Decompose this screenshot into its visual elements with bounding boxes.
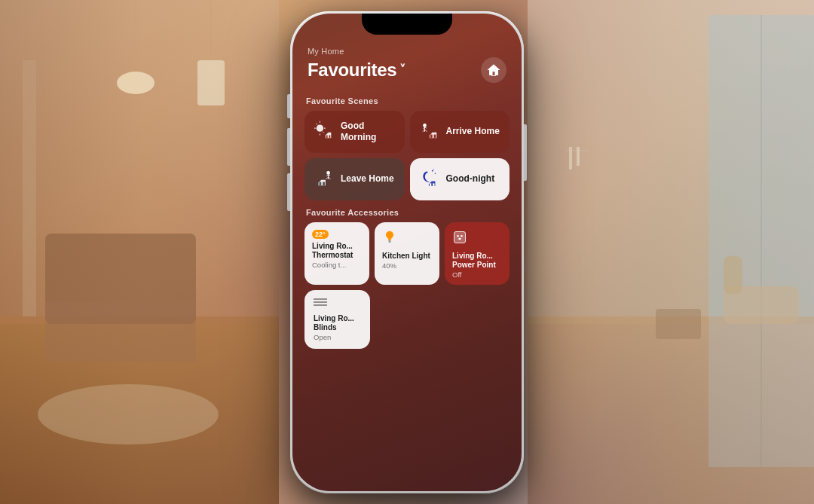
svg-point-23 bbox=[317, 124, 323, 131]
accessory-power-point[interactable]: Living Ro...Power Point Off bbox=[445, 222, 510, 285]
svg-point-56 bbox=[457, 235, 459, 237]
svg-rect-55 bbox=[454, 231, 466, 243]
notch bbox=[362, 14, 452, 35]
scene-goodnight[interactable]: Good-night bbox=[410, 158, 510, 200]
favourites-title: Favourites ˅ bbox=[308, 60, 405, 81]
svg-rect-40 bbox=[320, 182, 322, 185]
phone-screen: My Home Favourites ˅ bbox=[292, 14, 522, 491]
svg-rect-33 bbox=[433, 134, 436, 138]
svg-rect-32 bbox=[430, 134, 432, 138]
volume-down-button[interactable] bbox=[287, 173, 290, 211]
svg-rect-7 bbox=[23, 60, 36, 316]
arrive-home-label: Arrive Home bbox=[446, 126, 500, 136]
phone-body: My Home Favourites ˅ bbox=[290, 11, 524, 493]
screen-content: My Home Favourites ˅ bbox=[292, 14, 522, 491]
header-row: Favourites ˅ bbox=[308, 57, 506, 83]
leave-home-label: Leave Home bbox=[341, 173, 394, 184]
scene-arrive-home[interactable]: Arrive Home bbox=[410, 111, 510, 153]
svg-rect-51 bbox=[430, 183, 431, 186]
svg-point-42 bbox=[326, 171, 330, 175]
blinds-icon bbox=[314, 298, 361, 311]
svg-rect-53 bbox=[388, 240, 390, 242]
svg-rect-17 bbox=[724, 256, 742, 294]
leave-home-icon bbox=[314, 167, 335, 191]
svg-rect-30 bbox=[326, 135, 328, 138]
thermostat-status: Cooling t... bbox=[312, 261, 362, 269]
accessory-blinds[interactable]: Living Ro...Blinds Open bbox=[304, 290, 370, 349]
blinds-name: Living Ro...Blinds bbox=[314, 314, 361, 332]
power-button[interactable] bbox=[524, 124, 527, 181]
chevron-down-icon: ˅ bbox=[399, 63, 405, 77]
power-point-status: Off bbox=[452, 270, 502, 279]
kitchen-light-icon bbox=[382, 230, 432, 249]
room-right bbox=[528, 0, 814, 504]
good-morning-icon bbox=[314, 120, 335, 144]
blinds-status: Open bbox=[314, 333, 361, 341]
my-home-label: My Home bbox=[308, 47, 506, 56]
thermostat-name: Living Ro...Thermostat bbox=[312, 242, 362, 260]
accessories-grid: 22° Living Ro...Thermostat Cooling t... bbox=[304, 222, 510, 285]
blinds-row: Living Ro...Blinds Open bbox=[304, 290, 510, 349]
svg-point-6 bbox=[117, 72, 155, 94]
svg-point-50 bbox=[433, 169, 434, 170]
accessory-thermostat[interactable]: 22° Living Ro...Thermostat Cooling t... bbox=[304, 222, 369, 285]
svg-rect-10 bbox=[197, 60, 225, 105]
svg-rect-21 bbox=[577, 147, 580, 166]
favourite-scenes-label: Favourite Scenes bbox=[304, 96, 510, 105]
favourite-accessories-label: Favourite Accessories bbox=[304, 208, 510, 217]
accessory-kitchen-light[interactable]: Kitchen Light 40% bbox=[375, 222, 439, 285]
room-left bbox=[0, 0, 279, 504]
svg-rect-4 bbox=[45, 301, 196, 362]
svg-rect-54 bbox=[389, 241, 391, 242]
goodnight-label: Good-night bbox=[446, 173, 495, 184]
home-icon-button[interactable] bbox=[481, 57, 506, 83]
svg-rect-31 bbox=[329, 135, 331, 138]
good-morning-label: Good Morning bbox=[341, 121, 396, 142]
goodnight-icon bbox=[419, 167, 440, 191]
svg-rect-41 bbox=[323, 182, 325, 185]
svg-rect-52 bbox=[433, 183, 434, 186]
svg-point-49 bbox=[434, 173, 435, 173]
svg-rect-20 bbox=[569, 147, 572, 170]
thermostat-badge: 22° bbox=[312, 230, 329, 239]
power-point-name: Living Ro...Power Point bbox=[452, 252, 502, 270]
svg-point-8 bbox=[38, 384, 219, 444]
svg-rect-18 bbox=[656, 309, 701, 339]
svg-rect-58 bbox=[458, 237, 461, 240]
volume-up-button[interactable] bbox=[287, 128, 290, 166]
scene-leave-home[interactable]: Leave Home bbox=[304, 158, 405, 200]
scene-good-morning[interactable]: Good Morning bbox=[304, 111, 405, 153]
svg-point-34 bbox=[423, 124, 427, 127]
svg-line-28 bbox=[316, 124, 317, 124]
svg-line-29 bbox=[323, 131, 323, 132]
favourites-title-text: Favourites bbox=[308, 60, 396, 81]
svg-point-48 bbox=[431, 170, 433, 171]
kitchen-light-name: Kitchen Light bbox=[382, 252, 432, 261]
header: My Home Favourites ˅ bbox=[304, 41, 510, 86]
phone: My Home Favourites ˅ bbox=[290, 11, 524, 493]
svg-point-57 bbox=[461, 235, 463, 237]
arrive-home-icon bbox=[419, 120, 440, 144]
power-point-icon bbox=[452, 230, 502, 249]
kitchen-light-status: 40% bbox=[382, 261, 432, 270]
mute-button[interactable] bbox=[287, 94, 290, 118]
scenes-grid: Good Morning bbox=[304, 111, 510, 200]
